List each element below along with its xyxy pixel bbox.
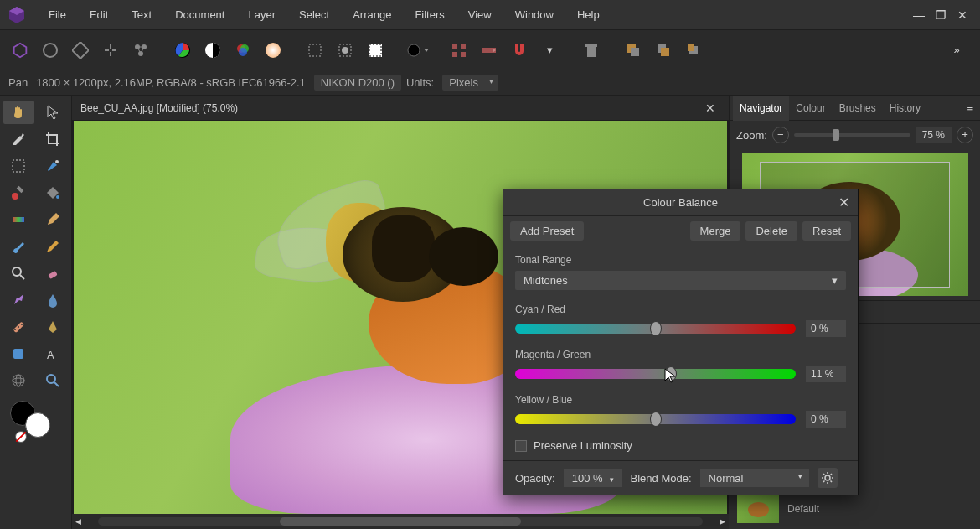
move-tool-icon[interactable]	[38, 101, 68, 124]
svg-marker-2	[14, 43, 27, 57]
merge-button[interactable]: Merge	[690, 221, 741, 241]
grid-icon[interactable]	[446, 37, 472, 64]
persona-photo-icon[interactable]	[7, 37, 34, 64]
more-icon[interactable]: »	[943, 37, 970, 64]
marquee-solid-icon[interactable]	[332, 37, 358, 64]
arrange-middle-icon[interactable]	[650, 37, 677, 64]
background-swatch-icon[interactable]	[25, 412, 50, 438]
erase-tool-icon[interactable]	[38, 262, 68, 285]
document-tab[interactable]: Bee_CU_AA.jpg [Modified] (75.0%)	[80, 102, 700, 114]
add-preset-button[interactable]: Add Preset	[510, 221, 584, 241]
bw-circle-icon[interactable]	[199, 37, 226, 64]
mesh-tool-icon[interactable]	[3, 369, 34, 392]
crop-tool-icon[interactable]	[38, 127, 68, 151]
tab-history[interactable]: History	[883, 96, 927, 121]
magenta-green-value[interactable]: 11 %	[806, 366, 846, 382]
blend-mode-dropdown[interactable]: Normal	[700, 469, 809, 487]
light-circle-icon[interactable]	[260, 37, 286, 64]
tab-close-icon[interactable]: ✕	[700, 101, 720, 115]
preset-thumbnail[interactable]	[737, 495, 779, 523]
yellow-blue-value[interactable]: 0 %	[806, 411, 846, 428]
clone-tool-icon[interactable]	[3, 288, 34, 312]
marquee-icon[interactable]	[302, 37, 328, 64]
persona-export-icon[interactable]	[127, 37, 154, 64]
zoom-in-button[interactable]: +	[957, 127, 973, 143]
horizontal-scrollbar[interactable]: ◀ ▶	[72, 514, 729, 529]
delete-button[interactable]: Delete	[745, 221, 797, 241]
text-tool-icon[interactable]: A	[38, 342, 68, 366]
menu-document[interactable]: Document	[163, 0, 236, 30]
heal-tool-icon[interactable]	[3, 315, 34, 339]
selection-brush-tool-icon[interactable]	[3, 181, 34, 205]
zoom-value[interactable]: 75 %	[916, 127, 952, 143]
svg-rect-15	[339, 44, 351, 56]
svg-point-8	[175, 43, 190, 58]
shape-tool-icon[interactable]	[3, 342, 34, 366]
zoom-out-button[interactable]: −	[772, 127, 789, 143]
menu-help[interactable]: Help	[565, 0, 611, 30]
persona-macros-icon[interactable]	[97, 37, 124, 64]
svg-point-19	[408, 44, 420, 56]
menu-edit[interactable]: Edit	[78, 0, 120, 30]
svg-point-35	[12, 193, 18, 200]
arrange-back-icon[interactable]	[620, 37, 647, 64]
cyan-red-value[interactable]: 0 %	[806, 320, 846, 337]
split-circle-rgb-icon[interactable]	[230, 37, 256, 64]
tab-brushes[interactable]: Brushes	[833, 96, 883, 121]
paint-brush-tool-icon[interactable]	[3, 235, 34, 258]
persona-liquify-icon[interactable]	[37, 37, 64, 64]
trash-icon[interactable]	[578, 37, 605, 64]
dialog-close-icon[interactable]: ✕	[838, 189, 849, 216]
tonal-range-dropdown[interactable]: Midtones▾	[515, 271, 846, 290]
menu-filters[interactable]: Filters	[403, 0, 456, 30]
no-fill-icon[interactable]	[15, 431, 27, 443]
magnet-icon[interactable]	[506, 37, 533, 64]
fill-dropdown-icon[interactable]	[404, 37, 431, 64]
opacity-field[interactable]: 100 %	[564, 469, 622, 487]
preserve-luminosity-checkbox[interactable]	[515, 440, 527, 452]
svg-point-12	[239, 48, 247, 56]
menu-view[interactable]: View	[456, 0, 503, 30]
yellow-blue-slider[interactable]	[515, 414, 796, 424]
flood-select-tool-icon[interactable]	[38, 154, 68, 178]
panel-menu-icon[interactable]: ≡	[963, 101, 977, 114]
tab-colour[interactable]: Colour	[789, 96, 832, 121]
window-restore-icon[interactable]: ❐	[930, 0, 952, 30]
zoom2-tool-icon[interactable]	[38, 369, 68, 392]
units-dropdown[interactable]: Pixels	[442, 75, 498, 91]
reset-button[interactable]: Reset	[802, 221, 851, 241]
marquee-tool-icon[interactable]	[3, 154, 34, 178]
eyedropper-tool-icon[interactable]	[3, 127, 34, 151]
menu-text[interactable]: Text	[120, 0, 163, 30]
gradient-tool-icon[interactable]	[3, 208, 34, 231]
window-close-icon[interactable]: ✕	[952, 0, 973, 30]
dropdown-arrow-icon[interactable]: ▾	[536, 37, 563, 64]
pencil-tool-icon[interactable]	[38, 235, 68, 258]
menu-arrange[interactable]: Arrange	[341, 0, 403, 30]
menu-window[interactable]: Window	[503, 0, 565, 30]
persona-develop-icon[interactable]	[67, 37, 94, 64]
menu-file[interactable]: File	[37, 0, 78, 30]
zoom-slider[interactable]	[794, 133, 910, 137]
rgb-wheel-icon[interactable]	[169, 37, 196, 64]
quick-mask-icon[interactable]	[362, 37, 389, 64]
magenta-green-slider[interactable]	[515, 369, 796, 379]
window-minimize-icon[interactable]: —	[908, 0, 930, 30]
svg-rect-29	[658, 44, 666, 53]
color-swatches[interactable]	[3, 401, 68, 443]
zoom-tool-icon[interactable]	[3, 262, 34, 285]
hand-tool-icon[interactable]	[3, 101, 34, 124]
fill-tool-icon[interactable]	[38, 181, 68, 205]
blur-tool-icon[interactable]	[38, 288, 68, 312]
arrange-front-icon[interactable]	[680, 37, 707, 64]
menu-select[interactable]: Select	[287, 0, 341, 30]
menu-layer[interactable]: Layer	[236, 0, 287, 30]
tab-navigator[interactable]: Navigator	[733, 96, 789, 121]
dialog-settings-icon[interactable]	[818, 468, 838, 488]
opacity-label: Opacity:	[515, 472, 555, 485]
pen-brush-tool-icon[interactable]	[38, 208, 68, 231]
snapping-icon[interactable]	[476, 37, 503, 64]
document-tab-bar: Bee_CU_AA.jpg [Modified] (75.0%) ✕	[72, 96, 729, 121]
cyan-red-slider[interactable]	[515, 324, 796, 334]
pen-tool-icon[interactable]	[38, 315, 68, 339]
